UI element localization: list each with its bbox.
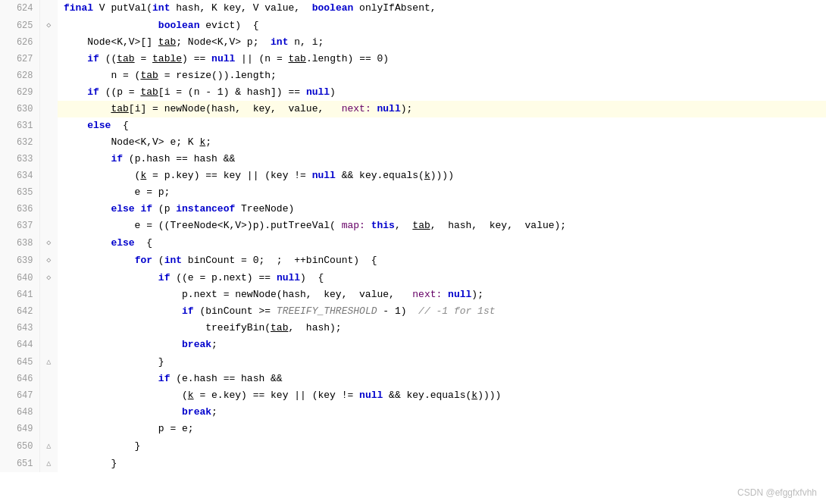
gutter-icon[interactable] — [39, 218, 58, 234]
line-number: 633 — [0, 151, 39, 167]
code-line: if ((p = tab[i = (n - 1) & hash]) == nul… — [58, 84, 826, 101]
line-number: 626 — [0, 34, 39, 51]
gutter-icon[interactable] — [39, 117, 58, 134]
line-number: 632 — [0, 134, 39, 151]
code-line: p = e; — [58, 421, 826, 437]
watermark: CSDN @efggfxfvhh — [737, 487, 817, 498]
gutter-icon[interactable] — [39, 286, 58, 303]
line-number: 649 — [0, 421, 39, 437]
code-line: Node<K,V> e; K k; — [58, 134, 826, 151]
gutter-icon[interactable]: ◇ — [39, 252, 58, 269]
line-number: 642 — [0, 303, 39, 320]
gutter-icon[interactable] — [39, 320, 58, 337]
gutter-icon[interactable] — [39, 167, 58, 184]
gutter-icon[interactable] — [39, 201, 58, 218]
gutter-icon[interactable] — [39, 34, 58, 51]
code-line: e = ((TreeNode<K,V>)p).putTreeVal( map: … — [58, 218, 826, 234]
table-row: 624final V putVal(int hash, K key, V val… — [0, 0, 826, 17]
gutter-icon[interactable]: △ — [39, 353, 58, 371]
line-number: 625 — [0, 17, 39, 34]
table-row: 645△ } — [0, 353, 826, 371]
table-row: 629 if ((p = tab[i = (n - 1) & hash]) ==… — [0, 84, 826, 101]
line-number: 635 — [0, 184, 39, 201]
table-row: 627 if ((tab = table) == null || (n = ta… — [0, 51, 826, 67]
gutter-icon[interactable]: ◇ — [39, 269, 58, 286]
code-line: else { — [58, 117, 826, 134]
gutter-icon[interactable] — [39, 0, 58, 17]
code-line: } — [58, 353, 826, 371]
table-row: 637 e = ((TreeNode<K,V>)p).putTreeVal( m… — [0, 218, 826, 234]
gutter-icon[interactable]: ◇ — [39, 234, 58, 252]
line-number: 631 — [0, 117, 39, 134]
code-line: Node<K,V>[] tab; Node<K,V> p; int n, i; — [58, 34, 826, 51]
line-number: 641 — [0, 286, 39, 303]
line-number: 628 — [0, 67, 39, 84]
table-row: 647 (k = e.key) == key || (key != null &… — [0, 387, 826, 404]
line-number: 639 — [0, 252, 39, 269]
code-line: (k = e.key) == key || (key != null && ke… — [58, 387, 826, 404]
table-row: 644 break; — [0, 337, 826, 353]
gutter-icon[interactable] — [39, 67, 58, 84]
code-line: p.next = newNode(hash, key, value, next:… — [58, 286, 826, 303]
gutter-icon[interactable] — [39, 151, 58, 167]
table-row: 634 (k = p.key) == key || (key != null &… — [0, 167, 826, 184]
table-row: 649 p = e; — [0, 421, 826, 437]
table-row: 635 e = p; — [0, 184, 826, 201]
code-line: break; — [58, 404, 826, 421]
code-viewer: 624final V putVal(int hash, K key, V val… — [0, 0, 826, 504]
code-line: tab[i] = newNode(hash, key, value, next:… — [58, 101, 826, 117]
code-line: treeifyBin(tab, hash); — [58, 320, 826, 337]
table-row: 633 if (p.hash == hash && — [0, 151, 826, 167]
gutter-icon[interactable]: △ — [39, 437, 58, 455]
code-line: if ((e = p.next) == null) { — [58, 269, 826, 286]
code-line: final V putVal(int hash, K key, V value,… — [58, 0, 826, 17]
table-row: 643 treeifyBin(tab, hash); — [0, 320, 826, 337]
code-line: else if (p instanceof TreeNode) — [58, 201, 826, 218]
line-number: 644 — [0, 337, 39, 353]
gutter-icon[interactable] — [39, 134, 58, 151]
table-row: 631 else { — [0, 117, 826, 134]
table-row: 626 Node<K,V>[] tab; Node<K,V> p; int n,… — [0, 34, 826, 51]
gutter-icon[interactable] — [39, 101, 58, 117]
gutter-icon[interactable] — [39, 421, 58, 437]
line-number: 651 — [0, 455, 39, 472]
line-number: 647 — [0, 387, 39, 404]
gutter-icon[interactable]: △ — [39, 455, 58, 472]
code-line: break; — [58, 337, 826, 353]
line-number: 645 — [0, 353, 39, 371]
table-row: 630 tab[i] = newNode(hash, key, value, n… — [0, 101, 826, 117]
table-row: 628 n = (tab = resize()).length; — [0, 67, 826, 84]
table-row: 638◇ else { — [0, 234, 826, 252]
table-row: 636 else if (p instanceof TreeNode) — [0, 201, 826, 218]
line-number: 646 — [0, 371, 39, 387]
line-number: 629 — [0, 84, 39, 101]
gutter-icon[interactable] — [39, 84, 58, 101]
code-line: boolean evict) { — [58, 17, 826, 34]
table-row: 646 if (e.hash == hash && — [0, 371, 826, 387]
line-number: 640 — [0, 269, 39, 286]
table-row: 640◇ if ((e = p.next) == null) { — [0, 269, 826, 286]
table-row: 650△ } — [0, 437, 826, 455]
code-line: n = (tab = resize()).length; — [58, 67, 826, 84]
code-line: else { — [58, 234, 826, 252]
line-number: 648 — [0, 404, 39, 421]
gutter-icon[interactable]: ◇ — [39, 17, 58, 34]
line-number: 638 — [0, 234, 39, 252]
gutter-icon[interactable] — [39, 184, 58, 201]
gutter-icon[interactable] — [39, 387, 58, 404]
code-table: 624final V putVal(int hash, K key, V val… — [0, 0, 826, 472]
gutter-icon[interactable] — [39, 303, 58, 320]
table-row: 648 break; — [0, 404, 826, 421]
gutter-icon[interactable] — [39, 371, 58, 387]
line-number: 650 — [0, 437, 39, 455]
gutter-icon[interactable] — [39, 337, 58, 353]
code-line: for (int binCount = 0; ; ++binCount) { — [58, 252, 826, 269]
gutter-icon[interactable] — [39, 404, 58, 421]
code-line: } — [58, 437, 826, 455]
line-number: 630 — [0, 101, 39, 117]
line-number: 637 — [0, 218, 39, 234]
table-row: 642 if (binCount >= TREEIFY_THRESHOLD - … — [0, 303, 826, 320]
gutter-icon[interactable] — [39, 51, 58, 67]
table-row: 651△ } — [0, 455, 826, 472]
line-number: 634 — [0, 167, 39, 184]
